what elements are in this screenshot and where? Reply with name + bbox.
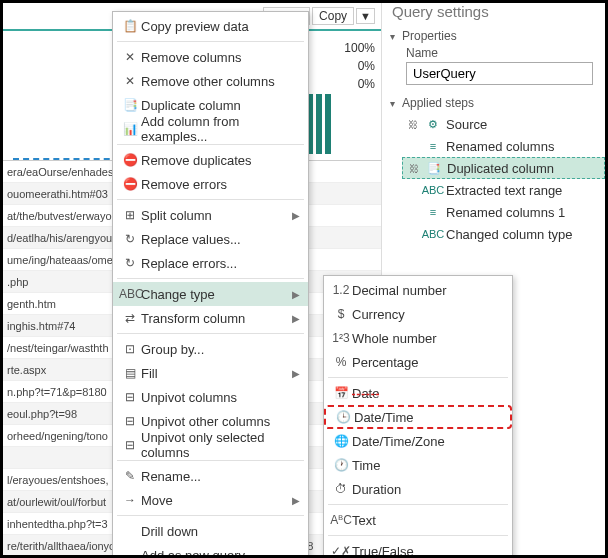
- menu-item[interactable]: ⊟Unpivot only selected columns: [113, 433, 308, 457]
- menu-item[interactable]: ⊞Split column▶: [113, 203, 308, 227]
- menu-icon: ✕: [119, 50, 141, 64]
- chevron-right-icon: ▶: [288, 495, 300, 506]
- menu-icon: ⊟: [119, 438, 141, 452]
- menu-icon: ⊞: [119, 208, 141, 222]
- applied-step[interactable]: ABCChanged column type: [402, 223, 605, 245]
- menu-item[interactable]: ✎Rename...: [113, 464, 308, 488]
- menu-item[interactable]: 📊Add column from examples...: [113, 117, 308, 141]
- menu-item[interactable]: Add as new query: [113, 543, 308, 558]
- menu-icon: ✎: [119, 469, 141, 483]
- type-icon: 🌐: [330, 434, 352, 448]
- menu-icon: ⇄: [119, 311, 141, 325]
- menu-item[interactable]: 🕐Time: [324, 453, 512, 477]
- step-label: Changed column type: [446, 227, 572, 242]
- menu-icon: 📑: [119, 98, 141, 112]
- menu-item[interactable]: ⛔Remove errors: [113, 172, 308, 196]
- step-icon: ⚙: [424, 116, 442, 132]
- link-icon: [406, 183, 420, 197]
- applied-step[interactable]: ⛓📑Duplicated column: [402, 157, 605, 179]
- applied-step[interactable]: ≡Renamed columns 1: [402, 201, 605, 223]
- type-icon: ⏱: [330, 482, 352, 496]
- step-icon: ≡: [424, 138, 442, 154]
- link-icon: [406, 139, 420, 153]
- menu-icon: ↻: [119, 256, 141, 270]
- menu-icon: ↻: [119, 232, 141, 246]
- link-icon: [406, 205, 420, 219]
- applied-step[interactable]: ⛓⚙Source: [402, 113, 605, 135]
- menu-item[interactable]: ABCChange type▶: [113, 282, 308, 306]
- menu-icon: 📋: [119, 19, 141, 33]
- applied-steps-header[interactable]: ▾ Applied steps: [382, 93, 605, 113]
- chevron-right-icon: ▶: [288, 210, 300, 221]
- menu-item[interactable]: $Currency: [324, 302, 512, 326]
- step-label: Renamed columns: [446, 139, 554, 154]
- menu-icon: →: [119, 493, 141, 507]
- query-name-input[interactable]: [406, 62, 593, 85]
- step-label: Duplicated column: [447, 161, 554, 176]
- menu-icon: ABC: [119, 287, 141, 301]
- menu-item[interactable]: ⇄Transform column▶: [113, 306, 308, 330]
- pct-valid: 100%: [344, 39, 375, 57]
- applied-steps-list: ⛓⚙Source≡Renamed columns⛓📑Duplicated col…: [382, 113, 605, 245]
- applied-step[interactable]: ≡Renamed columns: [402, 135, 605, 157]
- pct-empty: 0%: [344, 75, 375, 93]
- menu-item[interactable]: ⊡Group by...: [113, 337, 308, 361]
- pct-error: 0%: [344, 57, 375, 75]
- menu-item[interactable]: ↻Replace values...: [113, 227, 308, 251]
- chevron-right-icon: ▶: [288, 313, 300, 324]
- link-icon: [406, 227, 420, 241]
- menu-item[interactable]: 🌐Date/Time/Zone: [324, 429, 512, 453]
- menu-item[interactable]: →Move▶: [113, 488, 308, 512]
- applied-step[interactable]: ABCExtracted text range: [402, 179, 605, 201]
- menu-item[interactable]: ⏱Duration: [324, 477, 512, 501]
- type-icon: 🕐: [330, 458, 352, 472]
- link-icon: ⛓: [406, 117, 420, 131]
- menu-item[interactable]: AᴮCText: [324, 508, 512, 532]
- menu-icon: ⊡: [119, 342, 141, 356]
- type-icon: 1.2: [330, 283, 352, 297]
- copy-button[interactable]: Copy: [312, 7, 354, 25]
- chevron-right-icon: ▶: [288, 289, 300, 300]
- menu-item[interactable]: ⊟Unpivot columns: [113, 385, 308, 409]
- type-icon: 1²3: [330, 331, 352, 345]
- chevron-down-icon: ▾: [390, 31, 402, 42]
- menu-icon: ⊟: [119, 414, 141, 428]
- type-icon: $: [330, 307, 352, 321]
- step-label: Source: [446, 117, 487, 132]
- menu-item[interactable]: ✓✗True/False: [324, 539, 512, 558]
- menu-icon: ⛔: [119, 177, 141, 191]
- menu-item[interactable]: ✕Remove other columns: [113, 69, 308, 93]
- step-icon: ABC: [424, 182, 442, 198]
- properties-header[interactable]: ▾ Properties: [382, 26, 605, 46]
- menu-icon: ▤: [119, 366, 141, 380]
- menu-item[interactable]: 1²3Whole number: [324, 326, 512, 350]
- menu-item[interactable]: %Percentage: [324, 350, 512, 374]
- menu-item[interactable]: Drill down: [113, 519, 308, 543]
- type-icon: AᴮC: [330, 513, 352, 527]
- type-icon: %: [330, 355, 352, 369]
- query-settings-title: Query settings: [382, 3, 605, 26]
- step-icon: ≡: [424, 204, 442, 220]
- menu-item-datetime[interactable]: 🕒Date/Time: [324, 405, 512, 429]
- step-label: Extracted text range: [446, 183, 562, 198]
- menu-item[interactable]: ⛔Remove duplicates: [113, 148, 308, 172]
- menu-item[interactable]: 📋Copy preview data: [113, 14, 308, 38]
- type-icon: 🕒: [332, 410, 354, 424]
- menu-item[interactable]: ▤Fill▶: [113, 361, 308, 385]
- step-icon: 📑: [425, 160, 443, 176]
- change-type-submenu[interactable]: 1.2Decimal number$Currency1²3Whole numbe…: [323, 275, 513, 558]
- step-label: Renamed columns 1: [446, 205, 565, 220]
- menu-icon: ⛔: [119, 153, 141, 167]
- type-icon: ✓✗: [330, 544, 352, 558]
- context-menu[interactable]: 📋Copy preview data✕Remove columns✕Remove…: [112, 11, 309, 558]
- type-icon: 📅: [330, 386, 352, 400]
- chevron-down-icon: ▾: [390, 98, 402, 109]
- copy-dropdown[interactable]: ▼: [356, 8, 375, 24]
- menu-item[interactable]: ✕Remove columns: [113, 45, 308, 69]
- step-icon: ABC: [424, 226, 442, 242]
- chevron-right-icon: ▶: [288, 368, 300, 379]
- menu-item[interactable]: 📅Date: [324, 381, 512, 405]
- menu-item[interactable]: 1.2Decimal number: [324, 278, 512, 302]
- menu-item[interactable]: ↻Replace errors...: [113, 251, 308, 275]
- menu-icon: 📊: [119, 122, 141, 136]
